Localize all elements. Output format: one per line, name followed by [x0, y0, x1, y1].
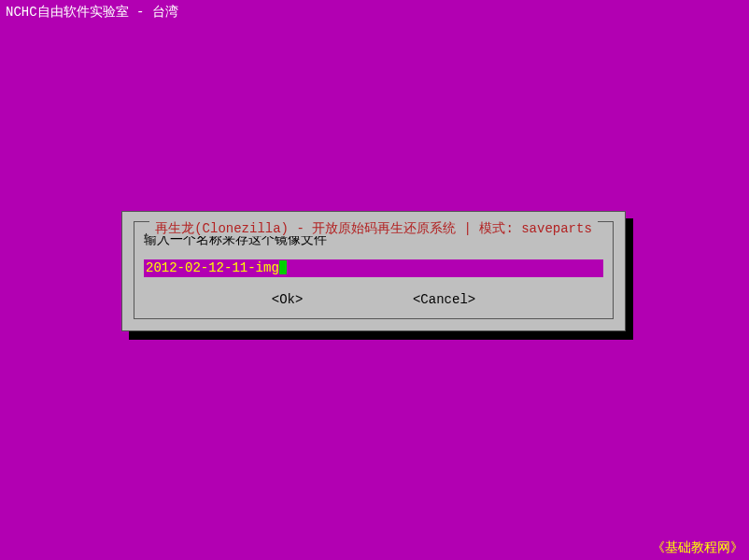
dialog-box: 再生龙(Clonezilla) - 开放原始码再生还原系统 | 模式: save…	[121, 211, 626, 331]
image-name-input[interactable]: 2012-02-12-11-img_______________________…	[144, 259, 603, 277]
dialog-title: 再生龙(Clonezilla) - 开放原始码再生还原系统 | 模式: save…	[149, 221, 598, 236]
text-cursor	[279, 260, 287, 274]
ok-button[interactable]: <Ok>	[272, 292, 304, 307]
input-value: 2012-02-12-11-img	[146, 260, 279, 275]
footer-watermark: 《基础教程网》	[652, 539, 743, 556]
cancel-button[interactable]: <Cancel>	[413, 292, 475, 307]
header-title: NCHC自由软件实验室 - 台湾	[6, 4, 178, 21]
